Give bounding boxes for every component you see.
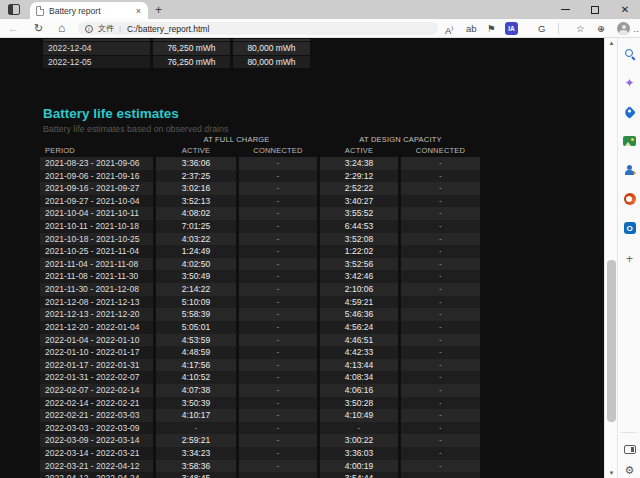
value-cell: 3:58:36 — [156, 460, 236, 473]
extension-badge[interactable]: IA — [505, 22, 518, 35]
period-cell: 2021-12-20 - 2022-01-04 — [40, 321, 153, 334]
table-row: 2021-12-08 - 2021-12-135:10:09-4:59:21- — [40, 296, 481, 309]
value-cell: 3:50:28 — [320, 397, 398, 410]
value-cell: 4:06:16 — [320, 384, 398, 397]
page-scrollbar[interactable]: ▲ ▼ — [604, 38, 617, 478]
collections-icon[interactable]: ⊕ — [597, 22, 605, 35]
value-cell: - — [401, 460, 480, 473]
value-cell: - — [239, 422, 317, 435]
value-cell: 3:52:56 — [320, 258, 398, 271]
value-cell: 1:22:02 — [320, 245, 398, 258]
scrollbar-thumb[interactable] — [607, 260, 616, 422]
value-cell: - — [401, 447, 480, 460]
browser-window: Battery report × + ✕ ← ↻ ⌂ i 文件 | C:/bat… — [0, 0, 640, 478]
sidebar-settings-button[interactable]: ⚙ — [618, 459, 640, 478]
new-tab-button[interactable]: + — [155, 3, 162, 17]
tab-close-icon[interactable]: × — [135, 6, 142, 16]
table-row: 2022-01-31 - 2022-02-074:10:52-4:08:34- — [40, 371, 481, 384]
sidebar-search-button[interactable] — [618, 43, 640, 65]
value-cell: - — [239, 283, 317, 296]
table-row: 2022-02-21 - 2022-03-034:10:17-4:10:49- — [40, 409, 481, 422]
site-info-icon[interactable]: i — [85, 25, 93, 33]
table-row: 2022-01-10 - 2022-01-174:48:59-4:42:33- — [40, 346, 481, 359]
value-cell: - — [239, 321, 317, 334]
value-cell: 4:17:56 — [156, 359, 236, 372]
value-cell: 76,250 mWh — [153, 56, 230, 69]
value-cell: - — [401, 245, 480, 258]
value-cell: 7:01:25 — [156, 220, 236, 233]
read-aloud-icon[interactable]: A) — [445, 22, 453, 37]
period-cell: 2022-04-12 - 2022-04-24 — [40, 472, 153, 478]
value-cell: - — [401, 195, 480, 208]
table-row: 2022-03-09 - 2022-03-142:59:21-3:00:22- — [40, 434, 481, 447]
value-cell: 5:05:01 — [156, 321, 236, 334]
value-cell: 3:36:03 — [320, 447, 398, 460]
sidebar-microsoft-365-button[interactable] — [618, 188, 640, 210]
period-cell: 2022-01-10 - 2022-01-17 — [40, 346, 153, 359]
value-cell: - — [239, 270, 317, 283]
value-cell: - — [401, 296, 480, 309]
period-cell: 2022-12-04 — [43, 42, 150, 55]
sidebar-outlook-button[interactable]: O — [618, 217, 640, 239]
people-icon — [624, 165, 636, 176]
value-cell: - — [239, 384, 317, 397]
value-cell: 4:48:59 — [156, 346, 236, 359]
outlook-icon: O — [624, 222, 636, 234]
profile-avatar[interactable] — [617, 22, 630, 35]
value-cell: - — [401, 308, 480, 321]
value-cell: - — [239, 245, 317, 258]
sidebar-people-button[interactable] — [618, 159, 640, 181]
group-header-full-charge: AT FULL CHARGE — [156, 135, 317, 144]
sidebar-divider — [621, 432, 637, 433]
extension-icon[interactable]: G — [538, 22, 545, 35]
close-button[interactable]: ✕ — [610, 0, 640, 19]
value-cell: 2:52:22 — [320, 182, 398, 195]
address-bar[interactable]: i 文件 | C:/battery_report.html — [78, 22, 438, 35]
battery-report-page: 2022-12-0476,250 mWh80,000 mWh2022-12-05… — [0, 38, 604, 478]
refresh-icon[interactable]: ↻ — [34, 22, 43, 35]
sidebar-panel-button[interactable] — [618, 438, 640, 460]
sidebar-add-button[interactable]: + — [618, 248, 640, 270]
tab-actions-icon[interactable] — [8, 4, 20, 15]
window-controls: ✕ — [550, 0, 640, 19]
sidebar-image-button[interactable] — [618, 130, 640, 152]
back-icon[interactable]: ← — [8, 22, 19, 35]
value-cell: - — [401, 258, 480, 271]
value-cell: - — [239, 233, 317, 246]
value-cell: 4:42:33 — [320, 346, 398, 359]
value-cell: 2:10:06 — [320, 283, 398, 296]
value-cell: - — [401, 233, 480, 246]
value-cell: 2:37:25 — [156, 170, 236, 183]
microsoft-365-icon — [624, 193, 636, 205]
period-cell: 2022-02-14 - 2022-02-21 — [40, 397, 153, 410]
period-cell: 2022-12-05 — [43, 56, 150, 69]
value-cell: 1:24:49 — [156, 245, 236, 258]
translate-icon[interactable]: ab — [466, 22, 477, 35]
value-cell: 3:52:08 — [320, 233, 398, 246]
maximize-button[interactable] — [580, 0, 610, 19]
sidebar-copilot-button[interactable]: ✦ — [618, 72, 640, 94]
address-url[interactable]: C:/battery_report.html — [127, 24, 209, 34]
value-cell: - — [401, 334, 480, 347]
minimize-button[interactable] — [550, 0, 580, 19]
browser-essentials-icon[interactable]: ⚑ — [487, 22, 496, 35]
favorites-icon[interactable]: ☆ — [576, 22, 585, 35]
value-cell: 5:10:09 — [156, 296, 236, 309]
value-cell: 3:54:44 — [320, 472, 398, 478]
value-cell: 3:40:27 — [320, 195, 398, 208]
more-menu-icon[interactable]: … — [633, 22, 640, 35]
value-cell: - — [239, 296, 317, 309]
value-cell: 4:46:51 — [320, 334, 398, 347]
value-cell: 4:10:52 — [156, 371, 236, 384]
value-cell: - — [239, 308, 317, 321]
value-cell: 3:24:38 — [320, 157, 398, 170]
table-row: 2021-10-18 - 2021-10-254:03:22-3:52:08- — [40, 233, 481, 246]
address-separator: | — [119, 24, 121, 33]
value-cell: - — [239, 397, 317, 410]
sidebar-shopping-button[interactable] — [618, 101, 640, 123]
browser-tab[interactable]: Battery report × — [30, 2, 148, 19]
period-cell: 2021-08-23 - 2021-09-06 — [40, 157, 153, 170]
navigation-toolbar: ← ↻ ⌂ i 文件 | C:/battery_report.html A) a… — [0, 19, 640, 38]
tab-title: Battery report — [49, 6, 135, 16]
home-icon[interactable]: ⌂ — [58, 22, 65, 35]
